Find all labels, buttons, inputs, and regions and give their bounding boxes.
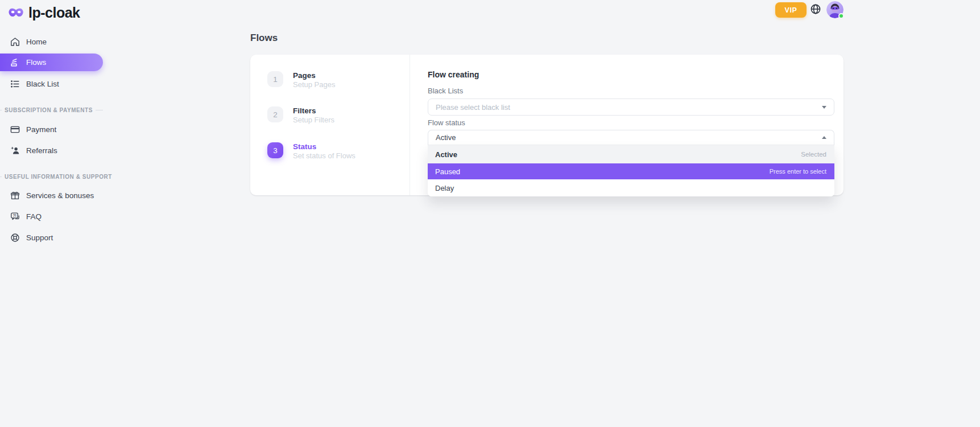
chevron-up-icon xyxy=(822,136,826,139)
app-root: lp-cloak VIP xyxy=(0,0,980,427)
sidebar-item-support[interactable]: Support xyxy=(0,229,103,245)
sidebar-item-home[interactable]: Home xyxy=(0,34,103,50)
sidebar-item-faq[interactable]: ?! FAQ xyxy=(0,208,103,224)
sidebar-item-label: Payment xyxy=(26,125,56,134)
option-paused[interactable]: Paused Press enter to select xyxy=(428,163,834,179)
gift-icon xyxy=(10,190,20,201)
sidebar-item-referrals[interactable]: Referrals xyxy=(0,142,103,158)
step-status[interactable]: 3 Status Set status of Flows xyxy=(267,142,355,160)
sidebar-item-flows[interactable]: Flows xyxy=(0,54,103,71)
faq-bubble-icon: ?! xyxy=(10,211,20,222)
chevron-down-icon xyxy=(822,106,826,109)
sidebar-item-black-list[interactable]: Black List xyxy=(0,76,103,92)
step-subtitle: Set status of Flows xyxy=(293,151,355,160)
brand[interactable]: lp-cloak xyxy=(9,5,80,21)
step-subtitle: Setup Pages xyxy=(293,80,335,89)
step-number: 2 xyxy=(267,106,283,122)
sidebar-item-payment[interactable]: Payment xyxy=(0,121,103,137)
sidebar: Home Flows Black List xyxy=(0,27,103,426)
step-pages[interactable]: 1 Pages Setup Pages xyxy=(267,71,335,89)
flow-status-label: Flow status xyxy=(428,118,465,127)
step-number: 1 xyxy=(267,71,283,87)
black-lists-placeholder: Please select black list xyxy=(436,103,510,112)
home-icon xyxy=(10,36,20,47)
step-title: Pages xyxy=(293,71,335,80)
sidebar-section-useful-information: USEFUL INFORMATION & SUPPORT xyxy=(0,174,103,180)
flow-wizard-card: 1 Pages Setup Pages 2 Filters Setup Filt… xyxy=(250,55,843,195)
step-title: Status xyxy=(293,142,355,151)
sidebar-item-label: Referrals xyxy=(26,146,57,155)
sidebar-section-subscription-payments: SUBSCRIPTION & PAYMENTS xyxy=(0,107,103,113)
press-enter-hint: Press enter to select xyxy=(770,168,826,175)
selected-badge: Selected xyxy=(801,151,826,158)
language-globe-icon[interactable] xyxy=(810,3,821,15)
step-subtitle: Setup Filters xyxy=(293,116,334,124)
form-title: Flow creating xyxy=(428,70,479,79)
brand-mask-icon xyxy=(9,7,24,19)
credit-card-icon xyxy=(10,124,20,135)
referral-user-icon xyxy=(10,145,20,156)
flow-status-value: Active xyxy=(436,133,456,142)
svg-text:?!: ?! xyxy=(13,213,16,217)
flow-status-dropdown: Active Selected Paused Press enter to se… xyxy=(428,145,834,196)
sidebar-item-label: Services & bonuses xyxy=(26,191,94,200)
black-lists-select[interactable]: Please select black list xyxy=(428,98,834,116)
option-delay[interactable]: Delay xyxy=(428,179,834,196)
page-title: Flows xyxy=(250,32,278,44)
option-active[interactable]: Active Selected xyxy=(428,145,834,163)
wizard-steps: 1 Pages Setup Pages 2 Filters Setup Filt… xyxy=(250,55,410,195)
step-filters[interactable]: 2 Filters Setup Filters xyxy=(267,106,334,124)
sidebar-item-label: Support xyxy=(26,233,53,242)
brand-name: lp-cloak xyxy=(28,5,80,21)
step-title: Filters xyxy=(293,106,334,115)
black-lists-label: Black Lists xyxy=(428,87,463,95)
online-status-dot xyxy=(838,13,844,19)
flow-status-select[interactable]: Active xyxy=(428,130,834,145)
user-avatar[interactable] xyxy=(826,1,843,18)
flows-stack-icon xyxy=(10,57,20,68)
list-icon xyxy=(10,79,20,89)
sidebar-item-label: Flows xyxy=(26,58,46,67)
sidebar-item-services-bonuses[interactable]: Services & bonuses xyxy=(0,187,103,203)
lifebuoy-icon xyxy=(10,232,20,243)
step-number: 3 xyxy=(267,142,283,158)
sidebar-item-label: Home xyxy=(26,38,47,46)
sidebar-item-label: Black List xyxy=(26,80,59,88)
sidebar-item-label: FAQ xyxy=(26,212,42,221)
vip-button[interactable]: VIP xyxy=(775,2,807,18)
